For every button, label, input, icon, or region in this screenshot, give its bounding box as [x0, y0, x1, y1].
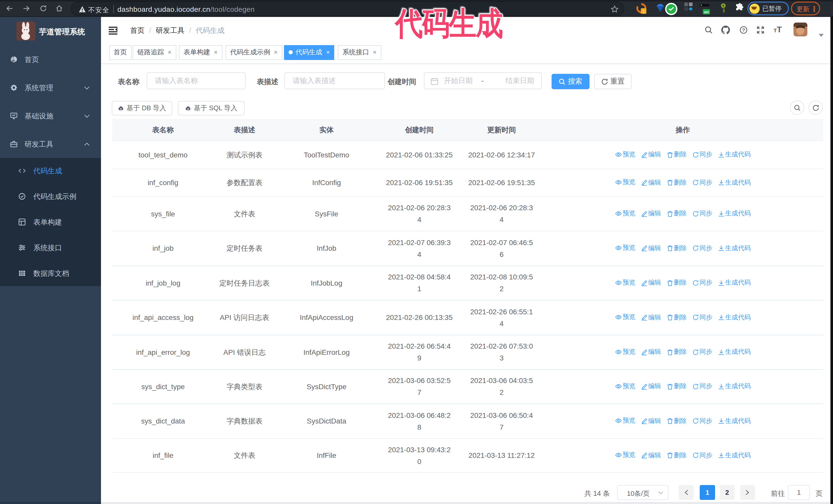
svg-text:on: on — [704, 10, 709, 14]
svg-text:1: 1 — [643, 9, 645, 14]
svg-text:?: ? — [742, 27, 745, 33]
